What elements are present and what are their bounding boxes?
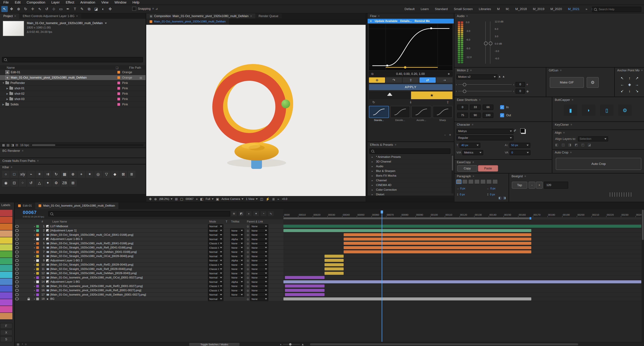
- label-chip[interactable]: [36, 238, 39, 240]
- trkmat-cell[interactable]: None: [230, 229, 246, 233]
- work-area-end-marker[interactable]: [530, 217, 531, 220]
- disclosure-icon[interactable]: ▸: [370, 193, 374, 196]
- layer-visibility-eye-icon[interactable]: [15, 289, 19, 292]
- layer-row-17[interactable]: ▸17[Main_01-Oct_Isometric_pivot_1920x108…: [15, 293, 284, 297]
- trkmat-cell[interactable]: Alpha: [230, 237, 246, 241]
- label-color-swatch-14[interactable]: [0, 299, 12, 306]
- mode-select[interactable]: Classic Co: [208, 246, 224, 250]
- graph-editor-icon[interactable]: ∿: [268, 211, 274, 216]
- project-flowchart-icon[interactable]: ⊟: [16, 143, 18, 147]
- layer-name[interactable]: Adjustment Layer 1-BG 2: [50, 258, 208, 263]
- mode-cell[interactable]: Normal: [208, 258, 225, 263]
- layer-visibility-eye-icon[interactable]: [15, 281, 19, 283]
- effects-category-distort[interactable]: ▸Distort: [368, 192, 454, 197]
- leading-select[interactable]: 50 px: [510, 143, 530, 148]
- disclosure-icon[interactable]: ▸: [370, 179, 374, 182]
- label-chip-cell[interactable]: [36, 259, 40, 262]
- zoom-in-mountain-icon[interactable]: ▲: [301, 343, 304, 346]
- layer-twirl-icon[interactable]: ▸: [33, 272, 36, 275]
- kbar-burst-icon[interactable]: ✶: [86, 171, 94, 178]
- project-scrollbar[interactable]: [31, 144, 144, 146]
- pick-whip-icon[interactable]: ◎: [246, 276, 250, 279]
- mode-cell[interactable]: Normal: [208, 271, 225, 276]
- text-direction-rtl-icon[interactable]: ◨: [503, 196, 506, 200]
- kbar-circle-icon[interactable]: ○: [2, 171, 10, 178]
- slider-track[interactable]: [458, 84, 512, 85]
- mode-select[interactable]: Normal: [208, 297, 224, 301]
- hand-icon[interactable]: ✥: [149, 197, 152, 201]
- selection-tool[interactable]: ↖: [1, 6, 8, 12]
- panel-menu-icon[interactable]: ≡: [378, 14, 380, 17]
- layer-twirl-icon[interactable]: ▸: [33, 247, 36, 249]
- parent-select[interactable]: None: [250, 246, 268, 250]
- mode-select[interactable]: Normal: [208, 258, 224, 263]
- pick-whip-icon[interactable]: ◎: [246, 229, 250, 232]
- effects-search-input[interactable]: [375, 149, 448, 153]
- bpm-minus-button[interactable]: -: [528, 182, 535, 189]
- label-chip[interactable]: [36, 285, 39, 288]
- label-chip[interactable]: [36, 251, 39, 253]
- frame-blend-icon[interactable]: ✦: [253, 211, 259, 216]
- decrement-icon[interactable]: ‹: [456, 89, 457, 93]
- panel-menu-icon[interactable]: ≡: [472, 175, 474, 178]
- trkmat-select[interactable]: None: [230, 241, 244, 246]
- layer-visibility-eye-icon[interactable]: [15, 276, 19, 279]
- disclosure-icon[interactable]: ▸: [370, 184, 374, 186]
- star-icon[interactable]: ★: [448, 72, 450, 76]
- layer-track-2[interactable]: [284, 229, 641, 233]
- pick-whip-icon[interactable]: ◎: [246, 272, 250, 275]
- kbar-rotate-icon[interactable]: ↺: [27, 179, 35, 187]
- effects-category-channel[interactable]: ▸Channel: [368, 178, 454, 183]
- effects-scrollbar[interactable]: [452, 155, 454, 193]
- timeline-vscrollbar[interactable]: [642, 209, 644, 342]
- bpm-input[interactable]: 120: [544, 182, 568, 189]
- layer-bar-6[interactable]: [344, 246, 531, 249]
- visibility-cell[interactable]: [15, 281, 19, 283]
- clone-stamp-tool[interactable]: ⧉: [86, 6, 92, 12]
- layer-track-13[interactable]: [284, 276, 641, 280]
- snapping-checkbox[interactable]: [132, 7, 136, 11]
- mask-toggle-icon[interactable]: ▢: [180, 197, 183, 201]
- label-chip-cell[interactable]: [36, 263, 40, 266]
- visibility-cell[interactable]: [15, 246, 19, 249]
- parent-cell[interactable]: None: [250, 229, 270, 233]
- trkmat-select[interactable]: None: [230, 288, 244, 293]
- layer-name[interactable]: [Main_03-Oct_Straight_1920x1080_multi_Re…: [50, 246, 208, 250]
- mode-cell[interactable]: Classic Co: [208, 263, 225, 267]
- new-comp-icon[interactable]: ◨: [11, 143, 14, 147]
- parent-select[interactable]: None: [250, 241, 268, 246]
- anchor-arrow-4[interactable]: ←: [618, 81, 626, 88]
- label-chip-cell[interactable]: [36, 281, 40, 283]
- label-color-swatch-9[interactable]: [0, 265, 12, 272]
- layer-row-4[interactable]: ▸4Adjustment Layer 1-BG 3NormalAlpha◎Non…: [15, 237, 284, 241]
- round-cap-icon[interactable]: ◗: [582, 105, 595, 116]
- view-layout-select[interactable]: 1 View: [246, 197, 258, 201]
- layer-track-1[interactable]: [284, 224, 641, 229]
- label-color-swatch-13[interactable]: [0, 292, 12, 299]
- layer-row-12[interactable]: ▸12[Main_02-Oct_Straight_1920x1080_multi…: [15, 271, 284, 276]
- layer-track-4[interactable]: [284, 237, 641, 241]
- layer-track-18[interactable]: [284, 297, 641, 301]
- timeline-tab-edit-01[interactable]: Edit-01: [15, 202, 35, 209]
- zoom-slider-track[interactable]: [283, 344, 300, 345]
- disclosure-icon[interactable]: ▼: [1, 82, 5, 84]
- disclosure-icon[interactable]: ▸: [370, 160, 374, 163]
- timeline-tab-main-01-oct-isometric-pivot-1920x1080-multi-demain[interactable]: Main_01-Oct_Isometric_pivot_1920x1080_mu…: [35, 202, 118, 209]
- hide-shy-icon[interactable]: ◖: [246, 211, 252, 216]
- layer-row-9[interactable]: ▸9Adjustment Layer 1-BG 2NormalAlpha◎Non…: [15, 258, 284, 263]
- layer-visibility-eye-icon[interactable]: [15, 285, 19, 288]
- layer-name[interactable]: [Main_03-Oct_Straight_1920x1080_multi_OC…: [50, 233, 208, 237]
- zoom-tool[interactable]: ⊕: [16, 6, 22, 12]
- pin-icon[interactable]: ⌖: [526, 83, 528, 86]
- parent-cell[interactable]: None: [250, 288, 270, 293]
- parent-select[interactable]: None: [250, 271, 268, 276]
- layer-row-16[interactable]: ▸16[Main_01-Oct_Isometric_pivot_1920x108…: [15, 288, 284, 293]
- label-chip-cell[interactable]: [36, 234, 40, 236]
- ease-out-value-2[interactable]: 90: [470, 113, 481, 118]
- disclosure-icon[interactable]: ▶: [5, 92, 10, 95]
- label-chip[interactable]: [118, 103, 120, 106]
- layer-twirl-icon[interactable]: ▸: [33, 264, 36, 266]
- trkmat-select[interactable]: None: [230, 284, 244, 288]
- motion2-mode-icons[interactable]: ▲▲: [498, 75, 506, 78]
- home-icon[interactable]: ⌂: [25, 343, 27, 346]
